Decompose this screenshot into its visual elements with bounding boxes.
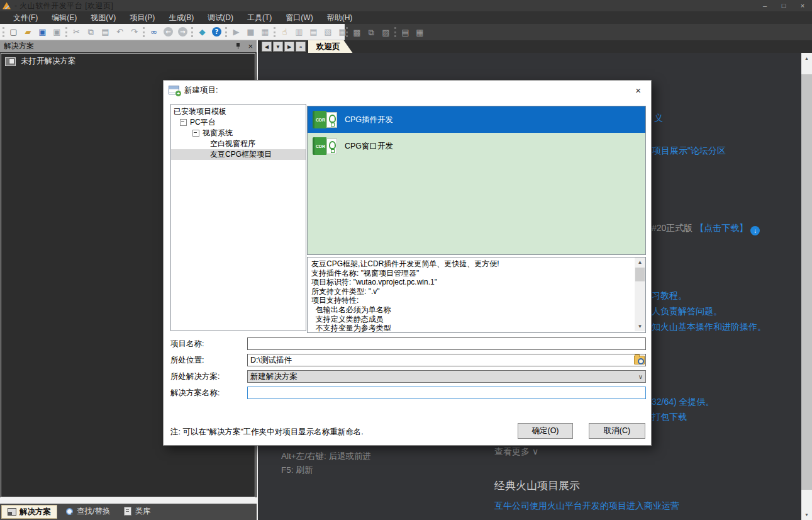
solution-label: 所处解决方案: xyxy=(170,370,220,383)
welcome-link-support[interactable]: 人负责解答问题。 xyxy=(652,306,722,317)
pan-hand-icon[interactable]: ☝ xyxy=(278,25,291,38)
help-book-icon[interactable]: ◆ xyxy=(196,25,209,38)
welcome-link-provide[interactable]: 32/64) 全提供。 xyxy=(652,397,715,408)
tab-scroll-left-icon[interactable]: ◀ xyxy=(262,42,272,52)
close-button[interactable]: × xyxy=(793,0,812,11)
download-link[interactable]: 【点击下载】 xyxy=(695,223,748,233)
shortcut-hint-refresh: F5: 刷新 xyxy=(281,465,313,476)
menu-item[interactable]: 调试(D) xyxy=(201,11,240,24)
template-list-item[interactable]: CDRCPG窗口开发 xyxy=(308,133,645,159)
minimize-button[interactable]: – xyxy=(755,0,774,11)
project-name-input[interactable] xyxy=(247,337,646,350)
panel-horizontal-scrollbar[interactable] xyxy=(0,497,257,504)
panel-tab[interactable]: 查找/替换 xyxy=(60,505,116,517)
description-line: 项目支持特性: xyxy=(311,296,631,305)
showcase-link[interactable]: 互牛公司使用火山平台开发的项目进入商业运营 xyxy=(494,500,679,512)
run-icon[interactable]: ▶ xyxy=(230,25,243,38)
menu-item[interactable]: 帮助(H) xyxy=(320,11,360,24)
menu-item[interactable]: 项目(P) xyxy=(123,11,162,24)
description-scrollbar[interactable]: ▲ ▼ xyxy=(635,257,645,331)
scroll-down-icon[interactable]: ▼ xyxy=(801,509,812,520)
rebuild-icon[interactable]: ⧉ xyxy=(365,26,378,39)
welcome-link-package-download[interactable]: 打包下载 xyxy=(652,412,687,423)
desc-scroll-down-icon[interactable]: ▼ xyxy=(635,322,645,331)
cut-icon[interactable]: ✂ xyxy=(70,25,83,38)
edit-property-icon[interactable]: ▧ xyxy=(321,25,335,38)
class-list-icon[interactable]: ▤ xyxy=(399,26,412,39)
template-tree-label: 视窗系统 xyxy=(203,128,233,138)
open-folder-icon[interactable]: ▰ xyxy=(21,25,35,38)
solution-dropdown[interactable]: 新建解决方案 ∨ xyxy=(247,370,646,383)
welcome-link-tutorial[interactable]: 习教程。 xyxy=(652,290,687,302)
menu-item[interactable]: 视图(V) xyxy=(84,11,123,24)
location-label: 所处位置: xyxy=(170,354,204,366)
template-name: CPG插件开发 xyxy=(345,115,393,125)
collapse-icon[interactable] xyxy=(192,130,199,137)
maximize-button[interactable]: □ xyxy=(774,0,793,11)
welcome-link-forum[interactable]: 项目展示"论坛分区 xyxy=(652,145,726,157)
dialog-close-icon[interactable]: × xyxy=(630,85,646,96)
clean-icon[interactable]: ▨ xyxy=(379,26,392,39)
edit-event-icon[interactable]: ▤ xyxy=(307,25,320,38)
save-icon[interactable]: ▣ xyxy=(36,25,49,38)
scrollbar-thumb[interactable] xyxy=(801,74,812,490)
description-line: 支持定义类静态成员 xyxy=(311,315,631,324)
collapse-icon[interactable] xyxy=(180,119,187,126)
tab-close-icon[interactable]: × xyxy=(296,42,306,52)
solution-dropdown-value: 新建解决方案 xyxy=(250,371,298,382)
template-tree-row[interactable]: 已安装项目模板 xyxy=(171,106,306,117)
undo-icon[interactable]: ↶ xyxy=(113,25,126,38)
project-name-field-wrap xyxy=(247,337,646,350)
find-icon[interactable]: ∞ xyxy=(147,25,160,38)
template-list-item[interactable]: CDRCPG插件开发 xyxy=(308,106,645,133)
stop-icon[interactable]: ■ xyxy=(244,25,257,38)
save-all-icon[interactable]: ▣ xyxy=(50,25,64,38)
welcome-link-fragment[interactable]: 义 xyxy=(654,113,663,124)
solution-panel-title: 解决方案 xyxy=(4,41,34,52)
template-tree-row[interactable]: PC平台 xyxy=(171,117,306,128)
tab-scroll-right-icon[interactable]: ▶ xyxy=(284,42,294,52)
ok-button[interactable]: 确定(O) xyxy=(518,423,573,439)
template-tree-row[interactable]: 空白视窗程序 xyxy=(171,138,306,149)
dialog-title-bar: 新建项目: × xyxy=(164,81,651,99)
see-more-toggle[interactable]: 查看更多 ∨ xyxy=(494,446,538,458)
location-input[interactable] xyxy=(247,354,646,366)
pin-icon[interactable] xyxy=(235,42,242,50)
solution-tree-item[interactable]: 未打开解决方案 xyxy=(1,54,255,67)
menu-item[interactable]: 工具(T) xyxy=(240,11,279,24)
run-window-icon[interactable]: ▦ xyxy=(259,25,272,38)
desc-scroll-up-icon[interactable]: ▲ xyxy=(635,257,645,267)
download-circle-icon[interactable]: ↓ xyxy=(750,226,760,235)
help-icon[interactable]: ? xyxy=(212,27,221,37)
editor-vertical-scrollbar[interactable]: ▲ ▼ xyxy=(801,53,812,520)
new-file-icon[interactable]: ▢ xyxy=(7,25,20,38)
panel-close-icon[interactable]: × xyxy=(248,42,253,50)
tab-list-dropdown-icon[interactable]: ▼ xyxy=(273,42,283,52)
doc-preview-icon[interactable]: ▦ xyxy=(413,26,426,39)
template-tree-row[interactable]: 视窗系统 xyxy=(171,128,306,138)
menu-item[interactable]: 窗口(W) xyxy=(279,11,320,24)
redo-icon[interactable]: ↷ xyxy=(128,25,141,38)
menu-item[interactable]: 编辑(E) xyxy=(45,11,84,24)
welcome-link-basics[interactable]: 知火山基本操作和进阶操作。 xyxy=(652,322,766,333)
menu-item[interactable]: 生成(B) xyxy=(162,11,201,24)
solution-name-label: 解决方案名称: xyxy=(170,387,220,399)
nav-forward-icon[interactable]: → xyxy=(178,27,187,37)
cancel-button[interactable]: 取消(C) xyxy=(589,423,645,439)
scroll-up-icon[interactable]: ▲ xyxy=(801,53,812,64)
copy-icon[interactable]: ⧉ xyxy=(84,25,97,38)
solution-name-input[interactable] xyxy=(247,387,646,399)
cdr-template-icon: CDR xyxy=(313,110,337,129)
menu-item[interactable]: 文件(F) xyxy=(6,11,45,24)
tab-welcome[interactable]: 欢迎页 xyxy=(308,40,353,53)
template-tree-label: PC平台 xyxy=(190,117,216,128)
nav-back-icon[interactable]: ← xyxy=(164,27,173,37)
panel-tab[interactable]: 解决方案 xyxy=(1,505,57,519)
template-tree-row[interactable]: 友豆CPG框架项目 xyxy=(171,149,306,160)
location-field-wrap xyxy=(247,354,646,366)
build-icon[interactable]: ▩ xyxy=(350,26,364,39)
paste-icon[interactable]: ▤ xyxy=(99,25,112,38)
panel-tab[interactable]: 类库 xyxy=(118,505,156,517)
browse-folder-icon[interactable] xyxy=(634,355,645,365)
insert-control-icon[interactable]: ▥ xyxy=(292,25,306,38)
